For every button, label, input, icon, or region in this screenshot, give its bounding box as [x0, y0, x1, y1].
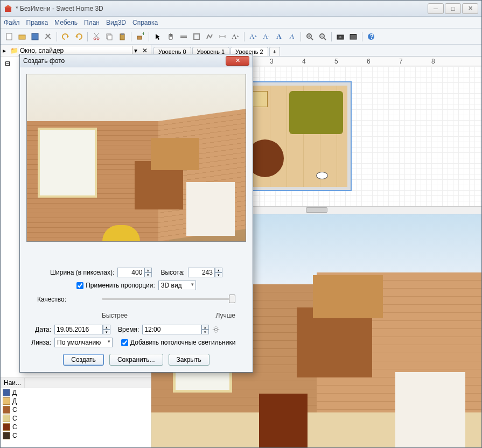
svg-line-46: [214, 331, 214, 332]
sun-icon[interactable]: [212, 326, 220, 333]
dimension-tool-icon[interactable]: [217, 31, 228, 42]
catalog-clear-icon[interactable]: ✕: [141, 47, 149, 54]
lens-combo[interactable]: По умолчанию: [54, 338, 113, 347]
width-spinner[interactable]: ▴▾: [144, 268, 152, 277]
italic-icon[interactable]: A: [287, 31, 297, 42]
redo-icon[interactable]: [73, 31, 84, 42]
create-button[interactable]: Создать: [63, 354, 104, 366]
text-tool-icon[interactable]: A+: [230, 31, 241, 42]
pan-tool-icon[interactable]: [165, 31, 176, 42]
zoom-out-icon[interactable]: [317, 31, 328, 42]
date-spinner[interactable]: ▴▾: [103, 325, 110, 334]
text-plus-icon[interactable]: A+: [248, 31, 259, 42]
svg-rect-20: [180, 36, 187, 37]
list-item[interactable]: С: [1, 431, 151, 440]
help-icon[interactable]: ?: [366, 31, 376, 42]
height-label: Высота:: [160, 269, 185, 276]
menu-view3d[interactable]: Вид3D: [106, 19, 126, 26]
add-furniture-icon[interactable]: +: [135, 31, 145, 42]
select-tool-icon[interactable]: [152, 31, 163, 42]
copy-icon[interactable]: [104, 31, 115, 42]
close-button[interactable]: ✕: [462, 3, 478, 14]
list-item[interactable]: С: [1, 414, 151, 423]
time-input[interactable]: [142, 325, 201, 334]
undo-icon[interactable]: [60, 31, 71, 42]
list-item[interactable]: Д: [1, 388, 151, 397]
maximize-button[interactable]: □: [445, 3, 461, 14]
ceiling-lights-checkbox[interactable]: Добавить потолочные светильники: [121, 339, 235, 346]
video-icon[interactable]: [348, 31, 359, 42]
svg-rect-3: [19, 35, 25, 39]
svg-point-9: [94, 38, 96, 40]
apply-ratio-checkbox[interactable]: Применить пропорции:: [76, 282, 155, 289]
list-item[interactable]: С: [1, 405, 151, 414]
quality-slider-track[interactable]: [102, 298, 235, 300]
photo-icon[interactable]: [335, 31, 346, 42]
app-icon: [4, 4, 12, 13]
date-input[interactable]: [54, 325, 103, 334]
svg-rect-22: [194, 34, 199, 39]
room-tool-icon[interactable]: [191, 31, 202, 42]
folder-icon: 📁: [10, 47, 18, 54]
width-label: Ширина (в пикселах):: [50, 269, 114, 276]
menu-file[interactable]: Файл: [4, 19, 20, 26]
svg-marker-1: [4, 5, 12, 8]
height-spinner[interactable]: ▴▾: [215, 268, 222, 277]
time-label: Время:: [118, 326, 139, 333]
ratio-combo[interactable]: 3D вид: [158, 281, 196, 290]
menu-help[interactable]: Справка: [132, 19, 158, 26]
svg-text:+: +: [142, 32, 144, 37]
menu-furniture[interactable]: Мебель: [54, 19, 78, 26]
catalog-dropdown-icon[interactable]: ▾: [132, 47, 139, 54]
svg-rect-21: [180, 37, 187, 38]
svg-rect-2: [6, 33, 12, 40]
text-minus-icon[interactable]: A-: [261, 31, 271, 42]
time-spinner[interactable]: ▴▾: [201, 325, 209, 334]
svg-rect-16: [121, 33, 124, 35]
svg-rect-17: [137, 36, 142, 39]
furniture-item[interactable]: [289, 91, 343, 134]
wall-tool-icon[interactable]: [178, 31, 189, 42]
close-dialog-button[interactable]: Закрыть: [169, 354, 209, 366]
list-item[interactable]: Д: [1, 397, 151, 405]
svg-rect-35: [350, 34, 357, 39]
svg-rect-4: [32, 33, 38, 40]
tree-toggle-icon[interactable]: ▸: [3, 47, 10, 54]
main-window: * БезИмени - Sweet Home 3D ─ □ ✕ Файл Пр…: [0, 0, 482, 448]
paste-icon[interactable]: [117, 31, 128, 42]
bold-icon[interactable]: A: [274, 31, 284, 42]
quality-slider-thumb[interactable]: [229, 295, 235, 303]
camera-marker-icon[interactable]: [316, 172, 328, 179]
svg-line-12: [94, 33, 98, 38]
furniture-col-name[interactable]: Наи...: [1, 378, 25, 388]
svg-rect-0: [5, 8, 11, 12]
dialog-titlebar[interactable]: Создать фото ✕: [20, 54, 253, 67]
save-icon[interactable]: [30, 31, 40, 42]
open-icon[interactable]: [17, 31, 27, 42]
quality-label: Качество:: [37, 296, 66, 303]
menu-edit[interactable]: Правка: [26, 19, 48, 26]
height-input[interactable]: [188, 268, 215, 277]
quality-best-label: Лучше: [215, 312, 235, 319]
dialog-title: Создать фото: [23, 57, 226, 65]
cut-icon[interactable]: [91, 31, 102, 42]
create-photo-dialog: Создать фото ✕ Ширина (в пикселах): ▴▾: [19, 54, 253, 373]
titlebar: * БезИмени - Sweet Home 3D ─ □ ✕: [1, 1, 481, 17]
width-input[interactable]: [117, 268, 144, 277]
tab-add[interactable]: +: [269, 47, 280, 56]
list-item[interactable]: С: [1, 423, 151, 431]
save-button[interactable]: Сохранить...: [109, 354, 163, 366]
zoom-in-icon[interactable]: [304, 31, 315, 42]
svg-marker-19: [156, 34, 160, 40]
preferences-icon[interactable]: [43, 31, 53, 42]
minimize-button[interactable]: ─: [428, 3, 444, 14]
dialog-close-button[interactable]: ✕: [226, 56, 249, 66]
svg-line-31: [324, 38, 326, 40]
new-icon[interactable]: [4, 31, 15, 42]
svg-line-44: [214, 327, 214, 328]
date-label: Дата:: [26, 326, 51, 333]
menu-plan[interactable]: План: [84, 19, 100, 26]
polyline-tool-icon[interactable]: [204, 31, 215, 42]
svg-rect-36: [350, 34, 357, 35]
svg-line-47: [218, 327, 219, 328]
